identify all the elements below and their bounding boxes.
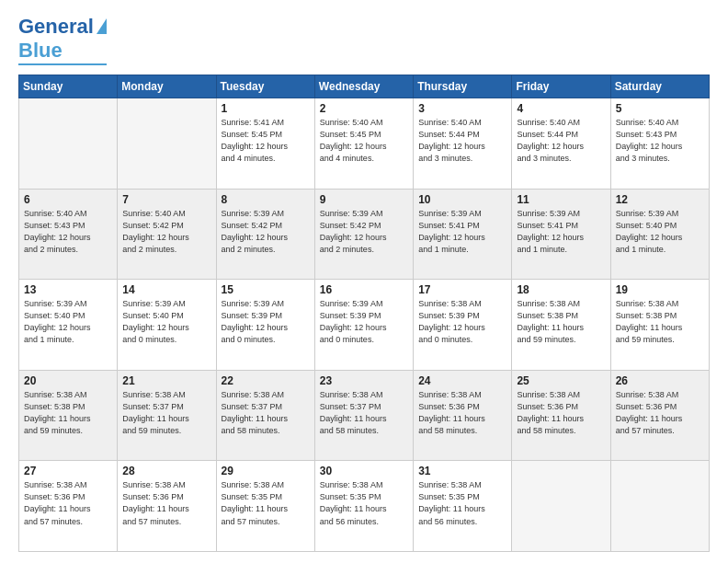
- calendar-cell: 19Sunrise: 5:38 AM Sunset: 5:38 PM Dayli…: [610, 280, 709, 371]
- calendar-cell: 26Sunrise: 5:38 AM Sunset: 5:36 PM Dayli…: [610, 370, 709, 461]
- calendar-cell: 15Sunrise: 5:39 AM Sunset: 5:39 PM Dayli…: [216, 280, 314, 371]
- calendar-cell: [118, 98, 216, 190]
- calendar-week-row: 27Sunrise: 5:38 AM Sunset: 5:36 PM Dayli…: [19, 461, 710, 552]
- day-info: Sunrise: 5:38 AM Sunset: 5:38 PM Dayligh…: [517, 298, 605, 346]
- day-info: Sunrise: 5:39 AM Sunset: 5:40 PM Dayligh…: [24, 298, 112, 346]
- calendar-week-row: 1Sunrise: 5:41 AM Sunset: 5:45 PM Daylig…: [19, 98, 710, 190]
- day-info: Sunrise: 5:38 AM Sunset: 5:36 PM Dayligh…: [616, 389, 704, 437]
- weekday-header-wednesday: Wednesday: [314, 75, 413, 98]
- calendar-week-row: 13Sunrise: 5:39 AM Sunset: 5:40 PM Dayli…: [19, 280, 710, 371]
- logo-general: General: [18, 15, 94, 39]
- day-info: Sunrise: 5:38 AM Sunset: 5:37 PM Dayligh…: [122, 389, 210, 437]
- day-info: Sunrise: 5:38 AM Sunset: 5:37 PM Dayligh…: [222, 389, 310, 437]
- day-number: 15: [222, 283, 310, 296]
- page: General Blue SundayMondayTuesdayWednesda…: [0, 0, 728, 563]
- day-info: Sunrise: 5:40 AM Sunset: 5:44 PM Dayligh…: [418, 117, 506, 165]
- calendar-week-row: 6Sunrise: 5:40 AM Sunset: 5:43 PM Daylig…: [19, 189, 710, 280]
- calendar-cell: 6Sunrise: 5:40 AM Sunset: 5:43 PM Daylig…: [19, 189, 118, 280]
- day-number: 18: [517, 283, 605, 296]
- calendar-week-row: 20Sunrise: 5:38 AM Sunset: 5:38 PM Dayli…: [19, 370, 710, 461]
- day-number: 31: [418, 465, 506, 477]
- day-number: 11: [517, 193, 605, 206]
- day-info: Sunrise: 5:39 AM Sunset: 5:41 PM Dayligh…: [517, 208, 605, 256]
- header: General Blue: [18, 15, 710, 65]
- weekday-header-tuesday: Tuesday: [216, 75, 314, 98]
- calendar-cell: [610, 461, 709, 552]
- day-info: Sunrise: 5:39 AM Sunset: 5:41 PM Dayligh…: [418, 208, 506, 256]
- day-number: 30: [320, 465, 408, 477]
- day-info: Sunrise: 5:38 AM Sunset: 5:36 PM Dayligh…: [122, 479, 210, 527]
- day-info: Sunrise: 5:38 AM Sunset: 5:39 PM Dayligh…: [418, 298, 506, 346]
- calendar-cell: 24Sunrise: 5:38 AM Sunset: 5:36 PM Dayli…: [414, 370, 512, 461]
- calendar-cell: 5Sunrise: 5:40 AM Sunset: 5:43 PM Daylig…: [610, 98, 709, 190]
- day-info: Sunrise: 5:39 AM Sunset: 5:39 PM Dayligh…: [320, 298, 408, 346]
- day-number: 12: [616, 193, 704, 206]
- day-number: 14: [122, 283, 210, 296]
- logo-triangle-icon: [97, 18, 107, 34]
- calendar-cell: 20Sunrise: 5:38 AM Sunset: 5:38 PM Dayli…: [19, 370, 118, 461]
- day-number: 6: [24, 193, 112, 206]
- day-info: Sunrise: 5:40 AM Sunset: 5:42 PM Dayligh…: [122, 208, 210, 256]
- day-info: Sunrise: 5:40 AM Sunset: 5:45 PM Dayligh…: [320, 117, 408, 165]
- day-info: Sunrise: 5:38 AM Sunset: 5:38 PM Dayligh…: [24, 389, 112, 437]
- day-number: 28: [122, 465, 210, 477]
- day-number: 26: [616, 374, 704, 387]
- calendar-cell: 14Sunrise: 5:39 AM Sunset: 5:40 PM Dayli…: [118, 280, 216, 371]
- logo-blue: Blue: [18, 39, 63, 63]
- day-info: Sunrise: 5:38 AM Sunset: 5:35 PM Dayligh…: [320, 479, 408, 527]
- day-info: Sunrise: 5:38 AM Sunset: 5:36 PM Dayligh…: [517, 389, 605, 437]
- calendar-cell: 1Sunrise: 5:41 AM Sunset: 5:45 PM Daylig…: [216, 98, 314, 190]
- calendar-cell: 17Sunrise: 5:38 AM Sunset: 5:39 PM Dayli…: [414, 280, 512, 371]
- weekday-header-row: SundayMondayTuesdayWednesdayThursdayFrid…: [19, 75, 710, 98]
- calendar-cell: [19, 98, 118, 190]
- day-info: Sunrise: 5:40 AM Sunset: 5:43 PM Dayligh…: [616, 117, 704, 165]
- day-number: 16: [320, 283, 408, 296]
- weekday-header-monday: Monday: [118, 75, 216, 98]
- day-number: 7: [122, 193, 210, 206]
- day-number: 2: [320, 102, 408, 115]
- calendar-cell: 7Sunrise: 5:40 AM Sunset: 5:42 PM Daylig…: [118, 189, 216, 280]
- day-number: 19: [616, 283, 704, 296]
- calendar-cell: 23Sunrise: 5:38 AM Sunset: 5:37 PM Dayli…: [314, 370, 413, 461]
- day-number: 27: [24, 465, 112, 477]
- weekday-header-sunday: Sunday: [19, 75, 118, 98]
- day-number: 3: [418, 102, 506, 115]
- day-number: 13: [24, 283, 112, 296]
- calendar-cell: 21Sunrise: 5:38 AM Sunset: 5:37 PM Dayli…: [118, 370, 216, 461]
- day-number: 24: [418, 374, 506, 387]
- day-info: Sunrise: 5:40 AM Sunset: 5:44 PM Dayligh…: [517, 117, 605, 165]
- day-info: Sunrise: 5:38 AM Sunset: 5:36 PM Dayligh…: [24, 479, 112, 527]
- calendar-cell: 30Sunrise: 5:38 AM Sunset: 5:35 PM Dayli…: [314, 461, 413, 552]
- day-info: Sunrise: 5:38 AM Sunset: 5:35 PM Dayligh…: [418, 479, 506, 527]
- day-info: Sunrise: 5:38 AM Sunset: 5:37 PM Dayligh…: [320, 389, 408, 437]
- calendar-cell: 11Sunrise: 5:39 AM Sunset: 5:41 PM Dayli…: [512, 189, 610, 280]
- day-number: 8: [222, 193, 310, 206]
- calendar-table: SundayMondayTuesdayWednesdayThursdayFrid…: [18, 75, 710, 552]
- day-info: Sunrise: 5:39 AM Sunset: 5:39 PM Dayligh…: [222, 298, 310, 346]
- day-number: 10: [418, 193, 506, 206]
- day-info: Sunrise: 5:39 AM Sunset: 5:40 PM Dayligh…: [122, 298, 210, 346]
- day-info: Sunrise: 5:38 AM Sunset: 5:35 PM Dayligh…: [222, 479, 310, 527]
- day-number: 5: [616, 102, 704, 115]
- calendar-cell: 27Sunrise: 5:38 AM Sunset: 5:36 PM Dayli…: [19, 461, 118, 552]
- calendar-cell: 12Sunrise: 5:39 AM Sunset: 5:40 PM Dayli…: [610, 189, 709, 280]
- calendar-cell: 4Sunrise: 5:40 AM Sunset: 5:44 PM Daylig…: [512, 98, 610, 190]
- day-number: 25: [517, 374, 605, 387]
- day-number: 22: [222, 374, 310, 387]
- day-number: 1: [222, 102, 310, 115]
- day-info: Sunrise: 5:41 AM Sunset: 5:45 PM Dayligh…: [222, 117, 310, 165]
- logo-underline: [18, 63, 107, 65]
- calendar-cell: 18Sunrise: 5:38 AM Sunset: 5:38 PM Dayli…: [512, 280, 610, 371]
- day-number: 9: [320, 193, 408, 206]
- day-number: 29: [222, 465, 310, 477]
- calendar-cell: [512, 461, 610, 552]
- day-info: Sunrise: 5:39 AM Sunset: 5:42 PM Dayligh…: [222, 208, 310, 256]
- day-number: 21: [122, 374, 210, 387]
- calendar-cell: 3Sunrise: 5:40 AM Sunset: 5:44 PM Daylig…: [414, 98, 512, 190]
- calendar-cell: 31Sunrise: 5:38 AM Sunset: 5:35 PM Dayli…: [414, 461, 512, 552]
- calendar-cell: 10Sunrise: 5:39 AM Sunset: 5:41 PM Dayli…: [414, 189, 512, 280]
- day-info: Sunrise: 5:39 AM Sunset: 5:40 PM Dayligh…: [616, 208, 704, 256]
- weekday-header-thursday: Thursday: [414, 75, 512, 98]
- logo: General Blue: [18, 15, 107, 65]
- day-info: Sunrise: 5:38 AM Sunset: 5:36 PM Dayligh…: [418, 389, 506, 437]
